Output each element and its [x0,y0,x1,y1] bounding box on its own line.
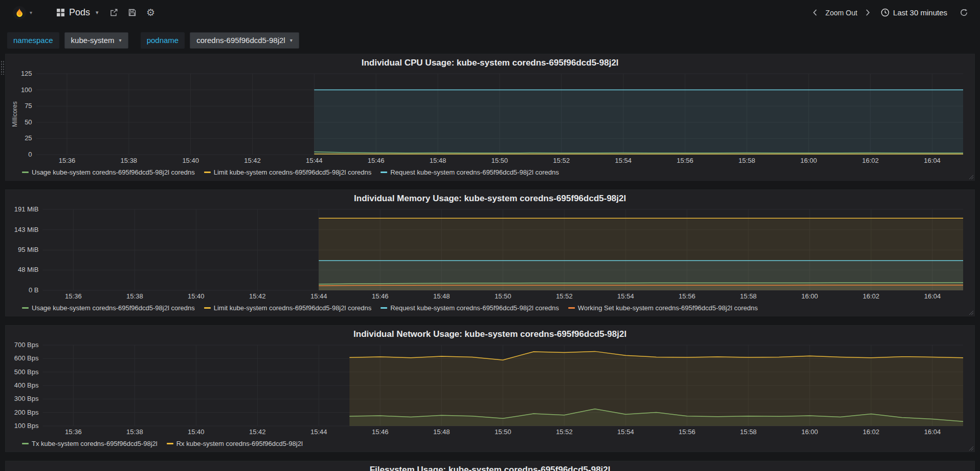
svg-text:15:38: 15:38 [126,428,143,436]
legend-item[interactable]: Usage kube-system coredns-695f96dcd5-98j… [22,168,195,176]
svg-text:15:52: 15:52 [553,157,570,164]
grafana-menu-button[interactable]: ▾ [7,0,37,25]
legend-item[interactable]: Limit kube-system coredns-695f96dcd5-98j… [204,304,372,312]
svg-text:16:00: 16:00 [801,292,818,300]
svg-text:15:54: 15:54 [615,157,632,164]
legend-item[interactable]: Request kube-system coredns-695f96dcd5-9… [381,168,559,176]
svg-text:15:46: 15:46 [372,292,389,300]
refresh-icon [960,8,968,17]
panel-resize-handle[interactable] [968,174,974,180]
dashboard-picker[interactable]: Pods ▾ [51,0,105,25]
legend-series-swatch [381,307,387,309]
legend-item[interactable]: Limit kube-system coredns-695f96dcd5-98j… [204,168,372,176]
legend-item[interactable]: Working Set kube-system coredns-695f96dc… [568,304,758,312]
legend-series-swatch [381,172,387,173]
legend-series-name: Usage kube-system coredns-695f96dcd5-98j… [32,168,195,176]
svg-text:15:42: 15:42 [244,157,261,164]
variable-podname: podname coredns-695f96dcd5-98j2l ▾ [141,32,299,49]
legend-series-name: Working Set kube-system coredns-695f96dc… [578,304,758,312]
legend-series-name: Limit kube-system coredns-695f96dcd5-98j… [214,304,372,312]
svg-text:15:40: 15:40 [182,157,199,164]
legend-series-name: Usage kube-system coredns-695f96dcd5-98j… [32,304,195,312]
variable-podname-value: coredns-695f96dcd5-98j2l [196,33,285,48]
svg-text:15:40: 15:40 [188,292,205,300]
legend-series-swatch [22,307,29,309]
svg-text:15:38: 15:38 [126,292,143,300]
zoom-out-button[interactable]: Zoom Out [823,9,859,17]
clock-icon [881,8,889,17]
svg-text:15:52: 15:52 [556,292,573,300]
time-shift-forward-button[interactable] [861,0,874,25]
svg-text:600 Bps: 600 Bps [14,354,39,362]
svg-text:15:56: 15:56 [679,428,696,436]
svg-text:15:36: 15:36 [65,428,82,436]
network-usage-chart[interactable]: 100 Bps200 Bps300 Bps400 Bps500 Bps600 B… [11,341,970,437]
dashboard: Individual CPU Usage: kube-system coredn… [0,54,980,471]
svg-text:191 MiB: 191 MiB [14,205,39,213]
svg-text:15:40: 15:40 [188,428,205,436]
svg-text:50: 50 [25,118,32,126]
svg-text:0 B: 0 B [29,286,39,294]
svg-text:16:04: 16:04 [924,292,941,300]
variable-podname-label: podname [141,32,185,49]
legend-item[interactable]: Request kube-system coredns-695f96dcd5-9… [381,304,559,312]
svg-text:15:58: 15:58 [739,157,755,164]
legend-item[interactable]: Tx kube-system coredns-695f96dcd5-98j2l [22,440,158,447]
svg-text:15:56: 15:56 [677,157,694,164]
svg-text:15:42: 15:42 [249,428,266,436]
panel-resize-handle[interactable] [968,445,974,451]
svg-text:16:02: 16:02 [862,157,879,164]
svg-text:143 MiB: 143 MiB [14,226,39,233]
svg-text:15:44: 15:44 [306,157,323,164]
save-button[interactable] [123,0,142,25]
panel-resize-handle[interactable] [968,310,974,315]
panel-title[interactable]: Individual CPU Usage: kube-system coredn… [11,56,969,70]
panel-network-usage: Individual Network Usage: kube-system co… [5,325,975,452]
svg-text:15:42: 15:42 [249,292,266,300]
svg-text:25: 25 [25,134,32,142]
svg-text:15:54: 15:54 [617,428,634,436]
svg-text:75: 75 [25,102,32,110]
svg-text:0: 0 [28,151,32,158]
panel-title[interactable]: Individual Network Usage: kube-system co… [11,327,969,341]
variable-podname-select[interactable]: coredns-695f96dcd5-98j2l ▾ [190,32,299,49]
panel-title[interactable]: Individual Memory Usage: kube-system cor… [11,191,969,205]
svg-text:15:38: 15:38 [121,157,138,164]
svg-text:15:50: 15:50 [495,428,511,436]
share-button[interactable] [105,0,123,25]
svg-text:15:54: 15:54 [617,292,634,300]
cpu-usage-chart[interactable]: 025507510012515:3615:3815:4015:4215:4415… [11,70,970,166]
svg-text:15:36: 15:36 [59,157,76,164]
svg-text:15:46: 15:46 [368,157,385,164]
refresh-button[interactable] [954,0,973,25]
dashboard-caret-icon: ▾ [96,9,99,16]
time-range-picker[interactable]: Last 30 minutes [876,0,952,25]
svg-text:16:00: 16:00 [801,428,818,436]
svg-text:700 Bps: 700 Bps [14,341,39,349]
svg-text:15:46: 15:46 [372,428,389,436]
time-range-label: Last 30 minutes [893,8,947,17]
variable-namespace: namespace kube-system ▾ [7,32,128,49]
svg-text:16:02: 16:02 [863,428,880,436]
svg-text:16:00: 16:00 [800,157,817,164]
variable-namespace-select[interactable]: kube-system ▾ [64,32,128,49]
settings-button[interactable]: ⚙ [142,0,160,25]
memory-legend: Usage kube-system coredns-695f96dcd5-98j… [11,302,969,314]
svg-text:15:44: 15:44 [310,428,327,436]
legend-item[interactable]: Rx kube-system coredns-695f96dcd5-98j2l [167,440,303,447]
svg-text:15:50: 15:50 [492,157,508,164]
drag-grip[interactable] [1,60,5,75]
caret-down-icon: ▾ [119,33,122,48]
panel-filesystem-usage: Filesystem Usage: kube-system coredns-69… [5,461,975,471]
time-shift-back-button[interactable] [809,0,821,25]
caret-down-icon: ▾ [290,33,293,48]
svg-text:Millicores: Millicores [11,101,18,127]
panel-title[interactable]: Filesystem Usage: kube-system coredns-69… [11,463,969,471]
panel-memory-usage: Individual Memory Usage: kube-system cor… [5,189,975,316]
svg-text:125: 125 [21,70,32,77]
memory-usage-chart[interactable]: 0 B48 MiB95 MiB143 MiB191 MiB15:3615:381… [11,205,970,302]
svg-text:15:36: 15:36 [65,292,82,300]
legend-item[interactable]: Usage kube-system coredns-695f96dcd5-98j… [22,304,195,312]
grafana-menu-caret-icon: ▾ [30,10,32,15]
dashboard-title: Pods [69,7,90,18]
